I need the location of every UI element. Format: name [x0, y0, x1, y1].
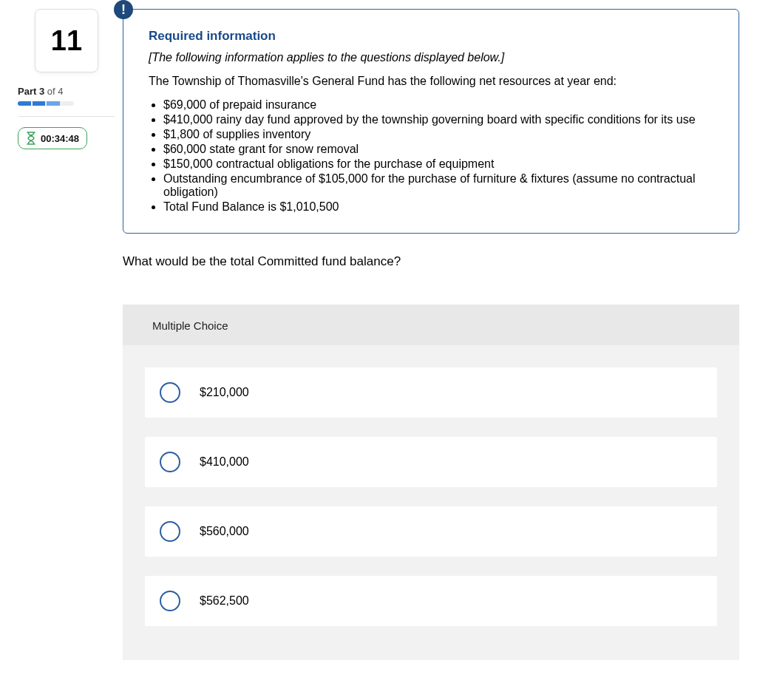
- list-item: $410,000 rainy day fund approved by the …: [163, 113, 718, 126]
- part-indicator: Part 3 of 4: [18, 86, 115, 97]
- part-indicator-current: Part 3: [18, 86, 44, 97]
- list-item: Total Fund Balance is $1,010,500: [163, 200, 718, 214]
- answer-option[interactable]: $210,000: [145, 367, 717, 418]
- list-item: $69,000 of prepaid insurance: [163, 98, 718, 112]
- divider: [18, 116, 115, 117]
- answer-option[interactable]: $562,500: [145, 576, 717, 626]
- sidebar: 11 Part 3 of 4 00:34:48: [18, 9, 115, 149]
- answer-option-label: $560,000: [200, 525, 249, 538]
- radio-icon: [160, 452, 180, 472]
- main-content: ! Required information [The following in…: [123, 9, 739, 660]
- multiple-choice-block: Multiple Choice $210,000 $410,000 $560,0…: [123, 305, 739, 660]
- hourglass-icon: [26, 132, 36, 145]
- question-number-card[interactable]: 11: [35, 9, 98, 72]
- timer[interactable]: 00:34:48: [18, 127, 87, 149]
- part-progress: [18, 101, 74, 106]
- answer-option[interactable]: $560,000: [145, 506, 717, 557]
- progress-segment: [47, 101, 60, 106]
- list-item: $150,000 contractual obligations for the…: [163, 157, 718, 171]
- question-number: 11: [51, 25, 82, 57]
- progress-segment: [61, 101, 75, 106]
- multiple-choice-options: $210,000 $410,000 $560,000 $562,500: [123, 345, 739, 626]
- answer-option-label: $562,500: [200, 594, 249, 608]
- info-badge-icon: !: [114, 0, 133, 19]
- progress-segment: [33, 101, 46, 106]
- required-info-list: $69,000 of prepaid insurance $410,000 ra…: [149, 98, 718, 214]
- list-item: $1,800 of supplies inventory: [163, 128, 718, 141]
- answer-option[interactable]: $410,000: [145, 437, 717, 487]
- required-info-title: Required information: [149, 29, 718, 44]
- list-item: Outstanding encumbrance of $105,000 for …: [163, 172, 718, 199]
- required-info-box: ! Required information [The following in…: [123, 9, 739, 234]
- multiple-choice-header: Multiple Choice: [123, 305, 739, 345]
- list-item: $60,000 state grant for snow removal: [163, 143, 718, 156]
- radio-icon: [160, 521, 180, 542]
- part-indicator-total: of 4: [44, 86, 63, 97]
- radio-icon: [160, 382, 180, 403]
- progress-segment: [18, 101, 31, 106]
- required-info-intro: The Township of Thomasville's General Fu…: [149, 75, 718, 88]
- answer-option-label: $210,000: [200, 386, 249, 399]
- answer-option-label: $410,000: [200, 455, 249, 469]
- radio-icon: [160, 591, 180, 611]
- question-prompt: What would be the total Committed fund b…: [123, 254, 739, 269]
- timer-value: 00:34:48: [41, 133, 79, 144]
- required-info-subtitle: [The following information applies to th…: [149, 51, 718, 64]
